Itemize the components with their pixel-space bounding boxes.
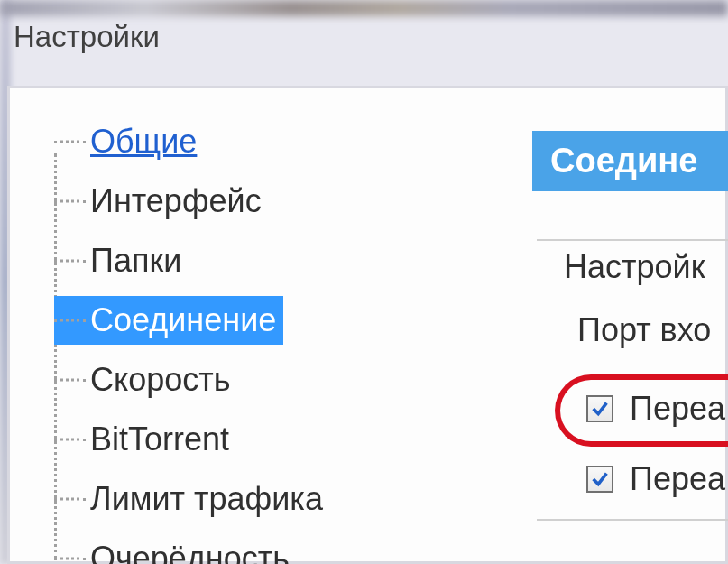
tree-item-connection[interactable]: Соединение bbox=[54, 296, 283, 345]
tree-item-label: Лимит трафика bbox=[90, 480, 323, 517]
tree-item-bittorrent[interactable]: BitTorrent bbox=[54, 415, 236, 464]
titlebar-blur bbox=[0, 0, 728, 16]
tree-item-interface[interactable]: Интерфейс bbox=[54, 177, 269, 226]
tree-branch-icon bbox=[54, 498, 86, 501]
groupbox-line bbox=[537, 239, 728, 241]
tree-branch-icon bbox=[54, 200, 86, 203]
window-title: Настройки bbox=[14, 20, 160, 54]
tree-item-label: Соединение bbox=[90, 301, 276, 338]
tree-branch-icon bbox=[54, 141, 86, 143]
checkbox-icon[interactable] bbox=[586, 466, 613, 493]
tree-branch-icon bbox=[54, 558, 86, 560]
tree-item-speed[interactable]: Скорость bbox=[54, 356, 237, 404]
tree-item-general[interactable]: Общие bbox=[54, 117, 204, 166]
tree-item-label: Скорость bbox=[90, 361, 230, 398]
groupbox-line bbox=[537, 519, 728, 521]
tree-branch-icon bbox=[54, 379, 86, 382]
tree-branch-icon bbox=[54, 439, 86, 441]
tree-item-label: Интерфейс bbox=[90, 182, 262, 219]
checkmark-icon bbox=[590, 469, 610, 489]
natpmp-checkbox-row[interactable]: Переа bbox=[586, 460, 725, 498]
tree-item-label: BitTorrent bbox=[90, 421, 229, 458]
checkbox-label: Переа bbox=[630, 460, 725, 498]
tree-item-label: Общие bbox=[90, 123, 197, 160]
tree-item-label: Папки bbox=[90, 242, 181, 279]
checkbox-label: Переа bbox=[630, 390, 725, 428]
port-label: Порт вхо bbox=[577, 311, 711, 349]
section-header-bar: Соедине bbox=[532, 131, 728, 191]
groupbox-label: Настройк bbox=[564, 248, 705, 286]
tree-branch-icon bbox=[54, 319, 86, 322]
checkmark-icon bbox=[590, 399, 610, 419]
section-title: Соедине bbox=[532, 131, 728, 191]
tree-item-traffic-limit[interactable]: Лимит трафика bbox=[54, 475, 330, 523]
checkbox-icon[interactable] bbox=[586, 395, 613, 422]
tree-item-label: Очерёдность bbox=[90, 540, 290, 564]
upnp-checkbox-row[interactable]: Переа bbox=[586, 390, 725, 428]
settings-tree: Общие Интерфейс Папки Соединение Скорост… bbox=[54, 117, 442, 564]
tree-branch-icon bbox=[54, 260, 86, 263]
tree-item-folders[interactable]: Папки bbox=[54, 236, 189, 285]
tree-item-queue[interactable]: Очерёдность bbox=[54, 534, 297, 564]
